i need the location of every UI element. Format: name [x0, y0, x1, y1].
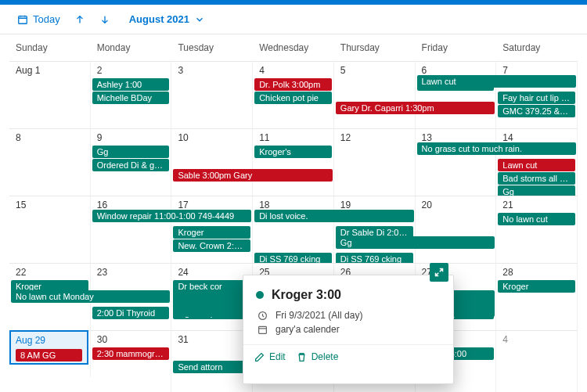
event-span[interactable]: No grass cut to much rain. — [417, 142, 576, 155]
popup-calendar: gary'a calender — [275, 324, 340, 335]
event-span[interactable]: Lawn cut — [417, 75, 576, 88]
day-cell[interactable]: 7 Fay hair cut lip waxing GMC 379.25 & V… — [496, 61, 578, 128]
prev-button[interactable] — [70, 11, 90, 28]
delete-button[interactable]: Delete — [297, 351, 339, 362]
event[interactable]: Kroger's — [254, 146, 332, 158]
event[interactable]: Kroger — [498, 280, 575, 293]
event[interactable]: Bad storms all summer — [498, 172, 575, 185]
day-cell[interactable]: 2 Ashley 1:00 Michelle BDay — [91, 61, 172, 128]
event-span[interactable]: Sable 3:00pm Gary — [173, 169, 332, 182]
day-cell[interactable]: 12 — [334, 128, 416, 196]
event[interactable]: Chicken pot pie — [254, 92, 332, 104]
event[interactable]: Gg — [92, 146, 170, 158]
event[interactable]: Michelle BDay — [92, 92, 170, 104]
day-cell[interactable]: 8 — [9, 128, 91, 196]
calendar-icon — [17, 14, 28, 25]
pencil-icon — [254, 352, 265, 362]
clock-icon — [257, 311, 268, 321]
event-span[interactable]: Gary Dr. Caparri 1:30pm — [336, 102, 495, 114]
day-cell[interactable]: 4 Dr. Polk 3:00pm Chicken pot pie — [253, 61, 334, 128]
day-cell[interactable]: Aug 1 — [9, 61, 91, 128]
day-cell[interactable]: 28 Kroger — [496, 263, 578, 330]
day-cell[interactable]: 18 Di SS 769 cking — [253, 196, 334, 263]
selected-day[interactable]: Aug 29 8 AM GG — [9, 330, 88, 365]
chevron-down-icon — [194, 14, 205, 25]
calendar-icon — [257, 325, 268, 335]
day-cell[interactable]: 9 Gg Ordered Di & gar frames — [91, 128, 172, 196]
day-cell[interactable]: 19 Dr Sable Di 2:00 FT Di SS 769 cking — [334, 196, 416, 263]
event[interactable]: No lawn cut — [498, 213, 575, 225]
event[interactable]: Fay hair cut lip waxing — [498, 92, 575, 104]
day-cell[interactable]: 30 2:30 mammogram Di — [91, 330, 172, 392]
event[interactable]: Ordered Di & gar frames — [92, 159, 170, 171]
day-cell[interactable]: 4 — [496, 330, 578, 392]
event-popup: Kroger 3:00 Fri 9/3/2021 (All day) gary'… — [243, 275, 454, 384]
event[interactable]: 2:00 Di Thyroid — [92, 307, 170, 319]
event[interactable]: 8 AM GG — [16, 349, 82, 361]
day-header: Friday — [416, 34, 497, 61]
day-cell[interactable]: 21 No lawn cut — [496, 196, 578, 263]
svg-rect-2 — [259, 326, 267, 333]
month-label: August 2021 — [129, 13, 189, 25]
day-cell[interactable]: 13 — [416, 128, 497, 196]
day-cell[interactable]: 10 … — [171, 128, 253, 196]
popup-when: Fri 9/3/2021 (All day) — [275, 310, 362, 321]
today-label: Today — [33, 13, 60, 25]
event[interactable]: Di SS 769 cking — [336, 253, 413, 263]
month-picker[interactable]: August 2021 — [124, 10, 210, 28]
event[interactable]: Di SS 769 cking — [254, 253, 332, 263]
today-button[interactable]: Today — [13, 10, 65, 28]
selected-day-label: Aug 29 — [16, 335, 82, 346]
day-header: Wednesday — [253, 34, 334, 61]
day-header: Monday — [91, 34, 172, 61]
day-cell[interactable]: 15 — [9, 196, 91, 263]
day-cell[interactable]: 31 Send attorn — [171, 330, 253, 392]
day-cell[interactable]: 11 Kroger's — [253, 128, 334, 196]
event-span[interactable]: Window repair 11:00-1:00 749-4449 — [92, 210, 251, 222]
day-header: Sunday — [9, 34, 91, 61]
trash-icon — [297, 352, 307, 362]
expand-icon — [434, 268, 444, 277]
day-headers: Sunday Monday Tuesday Wednesday Thursday… — [9, 34, 578, 61]
arrow-up-icon — [74, 14, 85, 25]
popup-title: Kroger 3:00 — [272, 288, 341, 302]
color-dot — [256, 291, 264, 299]
day-cell[interactable]: 5 … — [334, 61, 416, 128]
day-header: Thursday — [334, 34, 416, 61]
day-cell[interactable]: 14 Lawn cut Bad storms all summer Gg — [496, 128, 578, 196]
event[interactable]: Lawn cut — [498, 159, 575, 171]
day-cell[interactable]: 17 Kroger New. Crown 2:00 Amen — [171, 196, 253, 263]
day-header: Saturday — [496, 34, 578, 61]
event[interactable]: Dr. Polk 3:00pm — [254, 78, 332, 91]
event[interactable]: Ashley 1:00 — [92, 78, 170, 91]
event[interactable]: GMC 379.25 & Verizon — [498, 105, 575, 117]
next-button[interactable] — [95, 11, 115, 28]
day-cell[interactable]: 20 — [416, 196, 497, 263]
expand-button[interactable] — [430, 263, 448, 282]
event-span[interactable]: Di lost voice. — [254, 210, 413, 222]
event-span[interactable]: No lawn cut Monday — [11, 290, 170, 303]
day-cell[interactable]: 16 — [91, 196, 172, 263]
event[interactable]: Gg — [498, 185, 575, 196]
edit-button[interactable]: Edit — [254, 351, 286, 362]
arrow-down-icon — [99, 14, 110, 25]
day-header: Tuesday — [171, 34, 253, 61]
event[interactable]: 2:30 mammogram Di — [92, 347, 170, 360]
svg-rect-0 — [19, 16, 27, 23]
event[interactable]: New. Crown 2:00 Amen — [173, 239, 250, 252]
day-cell[interactable]: 6 Lawn cut — [416, 61, 497, 128]
event[interactable]: Kroger — [173, 226, 250, 239]
toolbar: Today August 2021 — [0, 5, 587, 34]
day-cell[interactable]: 3 — [171, 61, 253, 128]
event-span[interactable]: Gg — [336, 236, 495, 249]
event[interactable]: Send attorn — [173, 361, 250, 373]
